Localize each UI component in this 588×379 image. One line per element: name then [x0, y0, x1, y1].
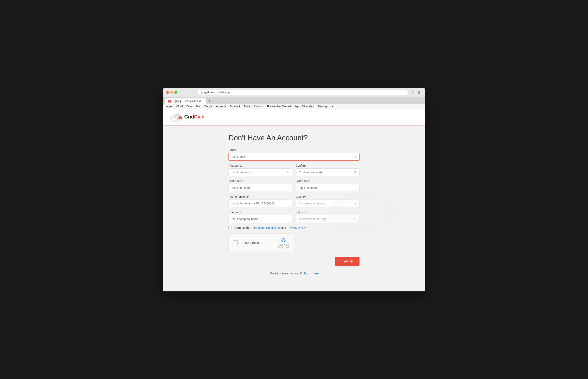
- submit-row: Sign Up: [229, 257, 359, 266]
- bookmark-apple[interactable]: Apple: [166, 105, 173, 108]
- recaptcha-label: I'm not a robot: [241, 241, 259, 244]
- bookmark-reading-list[interactable]: Reading List ▾: [318, 105, 333, 108]
- confirm-input[interactable]: [296, 168, 359, 176]
- add-tab-button[interactable]: +: [207, 99, 212, 103]
- page-content: GridGain Don't Have An Account? Email:: [163, 109, 425, 291]
- back-button[interactable]: ‹: [180, 90, 183, 95]
- phone-country-row: Phone (optional): Country: Choose your c…: [229, 195, 359, 207]
- traffic-lights: [166, 91, 177, 94]
- maximize-button[interactable]: [174, 91, 177, 94]
- company-industry-row: Company: Industry: Choose your industry: [229, 211, 359, 223]
- main-content: Don't Have An Account? Email: ⚠ Password…: [224, 134, 364, 283]
- email-error-icon: ⚠: [354, 155, 357, 158]
- recaptcha-logo: ♻ reCAPTCHA Privacy - Terms: [277, 237, 290, 249]
- lastname-col: Last name:: [296, 179, 359, 192]
- firstname-input[interactable]: [229, 184, 292, 192]
- terms-middle-text: and: [281, 226, 286, 229]
- lastname-label: Last name:: [296, 179, 359, 183]
- email-input-wrapper: ⚠: [229, 153, 359, 161]
- terms-prefix-text: I agree to the: [233, 226, 250, 229]
- password-label: Password:: [229, 164, 292, 167]
- signin-link[interactable]: Sign in here: [303, 272, 319, 275]
- svg-rect-4: [180, 116, 181, 119]
- privacy-policy-link[interactable]: Privacy Policy: [288, 226, 306, 229]
- recaptcha-links-text: Privacy - Terms: [277, 247, 290, 249]
- chevron-down-icon: ▾: [332, 105, 333, 108]
- terms-row: I agree to the Terms and Conditions and …: [229, 226, 359, 229]
- industry-col: Industry: Choose your industry: [296, 211, 359, 223]
- bookmark-twitter[interactable]: Twitter: [244, 105, 251, 108]
- share-button[interactable]: ⬆: [410, 90, 415, 95]
- password-row: Password: 👁 Confirm: 👁: [229, 164, 359, 176]
- logo: GridGain: [171, 112, 417, 122]
- password-input-wrapper: 👁: [229, 168, 292, 176]
- bookmark-icloud[interactable]: iCloud: [176, 105, 183, 108]
- confirm-col: Confirm: 👁: [296, 164, 359, 176]
- recaptcha-icon: ♻: [281, 237, 286, 244]
- company-label: Company:: [229, 211, 292, 214]
- firstname-label: First name:: [229, 179, 292, 183]
- password-input[interactable]: [229, 168, 292, 176]
- bookmark-tripadvisor[interactable]: TripAdvisor: [302, 105, 314, 108]
- phone-input[interactable]: [229, 200, 292, 207]
- lock-icon: 🔒: [200, 91, 203, 94]
- new-tab-button[interactable]: ⊞: [417, 90, 422, 95]
- bookmark-yahoo[interactable]: Yahoo: [186, 105, 193, 108]
- country-col: Country: Choose your country: [296, 195, 359, 207]
- terms-conditions-link[interactable]: Terms and Conditions: [252, 226, 280, 229]
- lastname-input[interactable]: [296, 184, 359, 192]
- tab-bar: G Sign Up - GridGain Cloud +: [163, 97, 425, 104]
- password-toggle-icon[interactable]: 👁: [287, 171, 290, 174]
- tab-favicon: G: [168, 100, 171, 103]
- phone-col: Phone (optional):: [229, 195, 292, 207]
- svg-rect-5: [181, 117, 182, 119]
- bookmark-facebook[interactable]: Facebook: [229, 105, 240, 108]
- terms-checkbox[interactable]: [229, 226, 232, 229]
- sign-up-button[interactable]: Sign Up: [335, 257, 359, 266]
- site-header: GridGain: [163, 109, 425, 126]
- bookmarks-bar: Apple iCloud Yahoo Bing Google Wikipedia…: [163, 104, 425, 109]
- svg-point-11: [364, 199, 400, 228]
- bookmark-yelp[interactable]: Yelp: [294, 105, 299, 108]
- logo-cloud-icon: [171, 112, 183, 122]
- industry-select[interactable]: Choose your industry: [296, 215, 359, 223]
- confirm-input-wrapper: 👁: [296, 168, 359, 176]
- bookmark-bing[interactable]: Bing: [196, 105, 201, 108]
- phone-label: Phone (optional):: [229, 195, 292, 198]
- name-row: First name: Last name:: [229, 179, 359, 192]
- bookmark-linkedin[interactable]: LinkedIn: [254, 105, 263, 108]
- url-text: gridgain.cloud/signup: [204, 91, 229, 94]
- close-button[interactable]: [166, 91, 169, 94]
- url-bar[interactable]: 🔒 gridgain.cloud/signup: [197, 90, 408, 95]
- recaptcha-brand-text: reCAPTCHA: [278, 244, 289, 246]
- title-bar: ‹ › □ 🔒 gridgain.cloud/signup ⬆ ⊞: [163, 88, 425, 97]
- email-group: Email: ⚠: [229, 148, 359, 161]
- country-select[interactable]: Choose your country: [296, 200, 359, 207]
- confirm-toggle-icon[interactable]: 👁: [354, 171, 357, 174]
- firstname-col: First name:: [229, 179, 292, 192]
- industry-label: Industry:: [296, 211, 359, 214]
- minimize-button[interactable]: [170, 91, 173, 94]
- signin-row: Already have an account? Sign in here: [229, 272, 359, 283]
- email-label: Email:: [229, 148, 359, 152]
- page-title: Don't Have An Account?: [229, 134, 359, 142]
- forward-button[interactable]: ›: [184, 90, 187, 95]
- svg-point-8: [364, 199, 400, 228]
- country-label: Country:: [296, 195, 359, 198]
- password-col: Password: 👁: [229, 164, 292, 176]
- email-input[interactable]: [229, 153, 359, 161]
- logo-text: GridGain: [184, 114, 205, 120]
- active-tab[interactable]: G Sign Up - GridGain Cloud: [165, 98, 206, 104]
- bookmark-weather[interactable]: The Weather Channel: [267, 105, 291, 108]
- sidebar-button[interactable]: □: [191, 90, 195, 95]
- recaptcha-checkbox[interactable]: [233, 240, 238, 245]
- recaptcha-widget[interactable]: I'm not a robot ♻ reCAPTCHA Privacy - Te…: [229, 234, 294, 252]
- bookmark-wikipedia[interactable]: Wikipedia: [216, 105, 226, 108]
- company-col: Company:: [229, 211, 292, 223]
- confirm-label: Confirm:: [296, 164, 359, 167]
- svg-rect-3: [179, 116, 180, 119]
- bookmark-google[interactable]: Google: [205, 105, 212, 108]
- recaptcha-left: I'm not a robot: [233, 240, 259, 245]
- signin-text: Already have an account?: [269, 272, 303, 275]
- company-input[interactable]: [229, 215, 292, 223]
